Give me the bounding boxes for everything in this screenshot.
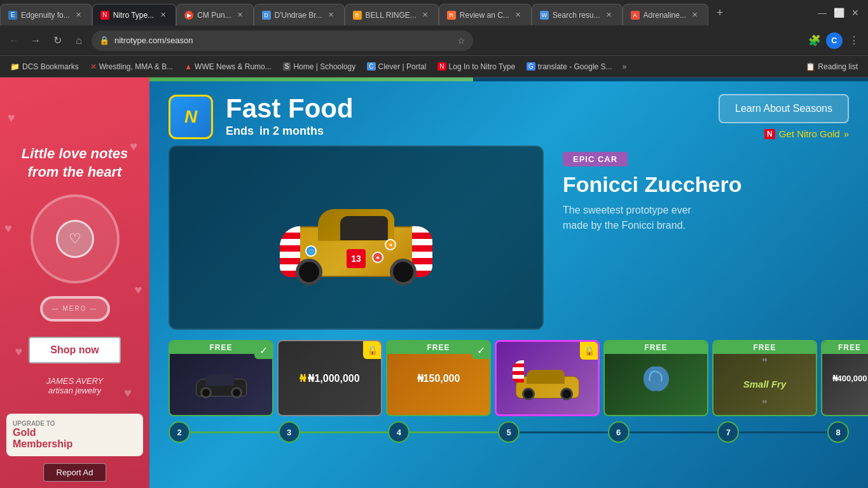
bookmark-wwe[interactable]: ▲ WWE News & Rumo... (179, 60, 277, 74)
brand-sub: artisan jewelry (46, 386, 103, 395)
tab-adrenaline[interactable]: A Adrenaline... ✕ (623, 4, 708, 25)
bookmark-star-icon[interactable]: ☆ (457, 36, 465, 46)
profile-avatar[interactable]: C (826, 32, 843, 49)
bookmark-label-clever: Clever | Portal (378, 62, 427, 71)
reward-card-3[interactable]: FREE ✓ ₦150,000 (386, 340, 491, 416)
tab-close-adrenaline[interactable]: ✕ (690, 10, 700, 20)
tab-review[interactable]: R Review an C... ✕ (439, 4, 532, 25)
car-description: The sweetest prototype ever made by the … (563, 203, 849, 233)
tab-edgenuity[interactable]: E Edgenuity fo... ✕ (0, 4, 92, 25)
tab-title-dundrae: D'Undrae Br... (275, 11, 322, 20)
reward-card-4[interactable]: 🔒 (495, 340, 600, 416)
tab-close-dundrae[interactable]: ✕ (326, 10, 336, 20)
step-node-6[interactable]: 6 (608, 421, 630, 443)
bookmark-schoology[interactable]: S Home | Schoology (278, 60, 361, 74)
chrome-frame: E Edgenuity fo... ✕ N Nitro Type... ✕ ▶ … (0, 0, 868, 488)
season-title: Fast Food (226, 95, 706, 122)
new-tab-button[interactable]: + (711, 4, 729, 22)
bookmark-label-wwe: WWE News & Rumo... (195, 62, 272, 71)
bookmark-dcs[interactable]: 📁 DCS Bookmarks (5, 60, 84, 74)
bookmark-label-nitrotype-login: Log In to Nitro Type (449, 62, 516, 71)
tab-close-wfsearch[interactable]: ✕ (604, 10, 614, 20)
tab-title-adrenaline: Adrenaline... (644, 11, 686, 20)
reward-free-tag-7: FREE (822, 341, 868, 354)
tab-title-bellringer: BELL RINGE... (366, 11, 417, 20)
tab-favicon-nitrotype: N (100, 11, 109, 20)
tab-cmpunk[interactable]: ▶ CM Pun... ✕ (176, 4, 253, 25)
step-node-4[interactable]: 4 (388, 421, 410, 443)
season-ends-prefix: Ends (226, 125, 254, 137)
learn-about-seasons-button[interactable]: Learn About Seasons (719, 94, 849, 123)
tab-bellringer[interactable]: B BELL RINGE... ✕ (345, 4, 439, 25)
reward-card-2[interactable]: 🔒 ₦₦1,000,000 (277, 340, 382, 416)
reload-button[interactable]: ↻ (48, 32, 66, 50)
chrome-menu-icon[interactable]: ⋮ (845, 32, 863, 50)
reading-list-label: Reading list (818, 62, 858, 71)
tab-close-review[interactable]: ✕ (513, 10, 523, 20)
bookmark-icon-wwe: ▲ (184, 62, 192, 71)
window-controls: — ⬜ ✕ (815, 5, 868, 20)
step-node-5[interactable]: 5 (498, 421, 520, 443)
car-showcase: 13 ⬡ ♣ ★ EPIC CAR Fonicci Zucchero The s… (149, 146, 868, 340)
report-ad-button[interactable]: Report Ad (43, 463, 107, 482)
reward-locked-icon-2: 🔒 (363, 341, 381, 359)
small-fry-text: Small Fry (737, 372, 793, 396)
ad-ring-1: ♡ (31, 194, 120, 283)
shop-now-button[interactable]: Shop now (29, 337, 120, 363)
bookmark-nitrotype-login[interactable]: N Log In to Nitro Type (432, 60, 520, 74)
forward-button[interactable]: → (27, 32, 45, 50)
step-line-2-3 (190, 431, 279, 433)
reward-card-1[interactable]: FREE ✓ (169, 340, 273, 416)
step-node-8[interactable]: 8 (827, 421, 849, 443)
bookmark-wrestling[interactable]: ✕ Wrestling, MMA & B... (85, 60, 178, 74)
upgrade-label: UPGRADE TO (13, 420, 137, 427)
car-info: EPIC CAR Fonicci Zucchero The sweetest p… (563, 146, 849, 233)
step-line-3-4 (300, 431, 389, 433)
progress-fill (149, 78, 473, 81)
reward-free-tag-5: FREE (605, 341, 707, 354)
bookmark-translate[interactable]: G translate - Google S... (521, 60, 617, 74)
car-wheel-right (390, 259, 417, 285)
tab-wfsearch[interactable]: W Search resu... ✕ (532, 4, 623, 25)
home-button[interactable]: ⌂ (70, 32, 88, 50)
reward-strip: FREE ✓ 🔒 (149, 340, 868, 416)
progress-bar-top (149, 78, 868, 81)
address-bar[interactable]: 🔒 nitrotype.com/season ☆ (92, 30, 473, 51)
step-node-7[interactable]: 7 (717, 421, 739, 443)
back-button[interactable]: ← (5, 32, 23, 50)
extensions-icon[interactable]: 🧩 (806, 32, 823, 50)
omnibox-bar: ← → ↻ ⌂ 🔒 nitrotype.com/season ☆ 🧩 C ⋮ (0, 25, 868, 56)
toolbar-icons: 🧩 C ⋮ (806, 32, 863, 50)
bookmark-icon-wrestling: ✕ (90, 62, 97, 71)
bookmarks-overflow[interactable]: » (619, 62, 631, 71)
tab-close-cmpunk[interactable]: ✕ (235, 10, 245, 20)
upgrade-title: Gold Membership (13, 427, 137, 450)
car-decoration-1: ⬡ (305, 245, 317, 257)
tab-favicon-review: R (447, 11, 456, 20)
tab-dundrae[interactable]: D D'Undrae Br... ✕ (254, 4, 345, 25)
bookmark-icon-clever: C (367, 62, 375, 71)
tab-favicon-wfsearch: W (540, 11, 549, 20)
bookmark-icon-nitrotype-login: N (437, 62, 446, 71)
creature-icon (637, 359, 675, 397)
epic-car-badge: EPIC CAR (563, 152, 628, 166)
nitro-gold-link[interactable]: N Get Nitro Gold » (764, 128, 849, 139)
reward-card-6[interactable]: FREE " Small Fry " (712, 340, 817, 416)
car-decoration-2: ♣ (372, 252, 383, 263)
maximize-button[interactable]: ⬜ (831, 5, 846, 20)
step-node-2[interactable]: 2 (169, 421, 190, 443)
step-node-3[interactable]: 3 (279, 421, 300, 443)
reward-card-7[interactable]: FREE ₦400,000 (821, 340, 868, 416)
tab-close-nitrotype[interactable]: ✕ (158, 10, 168, 20)
tab-title-cmpunk: CM Pun... (197, 11, 231, 20)
tab-close-edgenuity[interactable]: ✕ (74, 10, 84, 20)
tab-close-bellringer[interactable]: ✕ (420, 10, 431, 20)
season-logo-n: N (184, 107, 197, 127)
tab-nitrotype[interactable]: N Nitro Type... ✕ (92, 4, 176, 25)
reward-card-5[interactable]: FREE (603, 340, 708, 416)
reading-list-button[interactable]: 📋 Reading list (801, 60, 863, 74)
bookmark-clever[interactable]: C Clever | Portal (362, 60, 431, 74)
window-close-button[interactable]: ✕ (848, 5, 863, 20)
season-ends-value: in 2 months (259, 125, 324, 137)
minimize-button[interactable]: — (815, 5, 830, 20)
